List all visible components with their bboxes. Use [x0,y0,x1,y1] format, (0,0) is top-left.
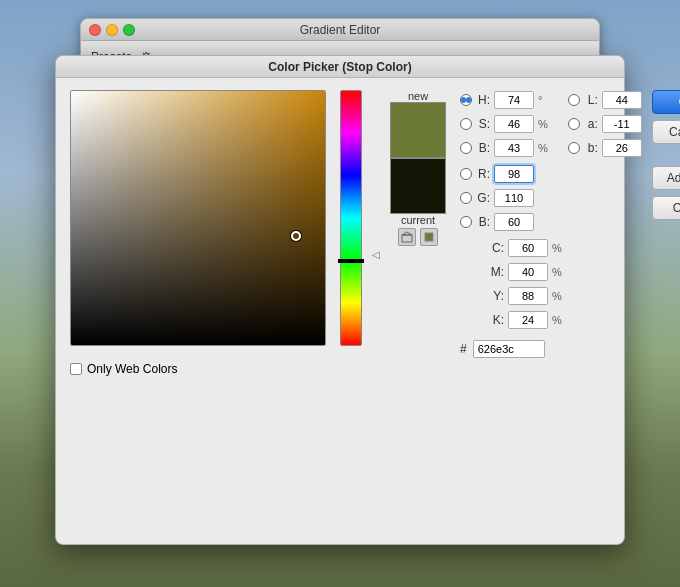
cancel-button[interactable]: Cancel [652,120,680,144]
r-field-row: R: [460,164,642,184]
r-label: R: [476,167,490,181]
a-input[interactable] [602,115,642,133]
y-label: Y: [484,289,504,303]
svg-rect-0 [402,235,412,242]
b3-label: B: [476,215,490,229]
hex-input[interactable] [473,340,545,358]
button-gap [652,150,680,160]
b3-radio[interactable] [460,216,472,228]
b-field-row: B: % [460,138,548,158]
b3-field-row: B: [460,212,642,232]
minimize-button[interactable] [106,24,118,36]
swatch-preview: new current [390,90,446,246]
m-label: M: [484,265,504,279]
r-radio[interactable] [460,168,472,180]
gradient-editor-title: Gradient Editor [300,23,381,37]
h-input[interactable] [494,91,534,109]
a-label: a: [584,117,598,131]
b-radio[interactable] [460,142,472,154]
color-picker-titlebar: Color Picker (Stop Color) [56,56,624,78]
picker-column: Only Web Colors [70,90,326,376]
b2-label: b: [584,141,598,155]
c-field-row: C: % [460,238,642,258]
swatch-icons [398,228,438,246]
k-input[interactable] [508,311,548,329]
warning-icon[interactable] [420,228,438,246]
spectrum-cursor [338,259,364,263]
l-radio[interactable] [568,94,580,106]
color-picker-dialog: Color Picker (Stop Color) Only Web Color… [55,55,625,545]
a-radio[interactable] [568,118,580,130]
swatch-new-label: new [408,90,428,102]
swatch-current-label: current [401,214,435,226]
hex-label: # [460,342,467,356]
only-web-colors-label: Only Web Colors [87,362,177,376]
g-radio[interactable] [460,192,472,204]
y-field-row: Y: % [460,286,642,306]
l-input[interactable] [602,91,642,109]
color-picker-title: Color Picker (Stop Color) [268,60,411,74]
s-unit: % [538,118,548,130]
spectrum-arrow: ◁ [372,250,380,260]
ok-button[interactable]: OK [652,90,680,114]
c-unit: % [552,242,562,254]
g-input[interactable] [494,189,534,207]
spectrum-and-preview: ◁ new current [340,90,446,376]
hex-row: # [460,340,642,358]
b2-field-row: b: [568,138,642,158]
only-web-colors-checkbox[interactable] [70,363,82,375]
s-radio[interactable] [460,118,472,130]
s-input[interactable] [494,115,534,133]
m-input[interactable] [508,263,548,281]
lab-fields: L: a: b: [568,90,642,158]
m-unit: % [552,266,562,278]
close-button[interactable] [89,24,101,36]
b2-radio[interactable] [568,142,580,154]
g-field-row: G: [460,188,642,208]
color-libraries-button[interactable]: Color Libraries [652,196,680,220]
b-unit: % [538,142,548,154]
k-unit: % [552,314,562,326]
web-colors-row: Only Web Colors [70,362,326,376]
color-field-dark [71,91,325,345]
h-unit: ° [538,94,542,106]
maximize-button[interactable] [123,24,135,36]
data-column: H: ° S: % B: [460,90,642,376]
hsb-lab-row: H: ° S: % B: [460,90,642,158]
b-input[interactable] [494,139,534,157]
m-field-row: M: % [460,262,642,282]
b-label: B: [476,141,490,155]
traffic-lights [89,24,135,36]
cube-icon[interactable] [398,228,416,246]
g-label: G: [476,191,490,205]
data-and-buttons: H: ° S: % B: [460,90,680,376]
c-input[interactable] [508,239,548,257]
l-label: L: [584,93,598,107]
s-label: S: [476,117,490,131]
a-field-row: a: [568,114,642,134]
rgb-fields: R: G: B: [460,164,642,232]
y-unit: % [552,290,562,302]
add-to-swatches-button[interactable]: Add to Swatches [652,166,680,190]
l-field-row: L: [568,90,642,110]
k-field-row: K: % [460,310,642,330]
c-label: C: [484,241,504,255]
h-field-row: H: ° [460,90,548,110]
b3-input[interactable] [494,213,534,231]
h-radio[interactable] [460,94,472,106]
k-label: K: [484,313,504,327]
cmyk-fields: C: % M: % Y: % [460,238,642,330]
spectrum-bar[interactable] [340,90,362,346]
svg-marker-1 [402,232,412,235]
swatch-new [390,102,446,158]
s-field-row: S: % [460,114,548,134]
hsb-fields: H: ° S: % B: [460,90,548,158]
swatch-current [390,158,446,214]
h-label: H: [476,93,490,107]
buttons-column: OK Cancel Add to Swatches Color Librarie… [652,90,680,376]
y-input[interactable] [508,287,548,305]
color-picker-body: Only Web Colors ◁ new current [56,78,624,388]
r-input[interactable] [494,165,534,183]
b2-input[interactable] [602,139,642,157]
color-field[interactable] [70,90,326,346]
